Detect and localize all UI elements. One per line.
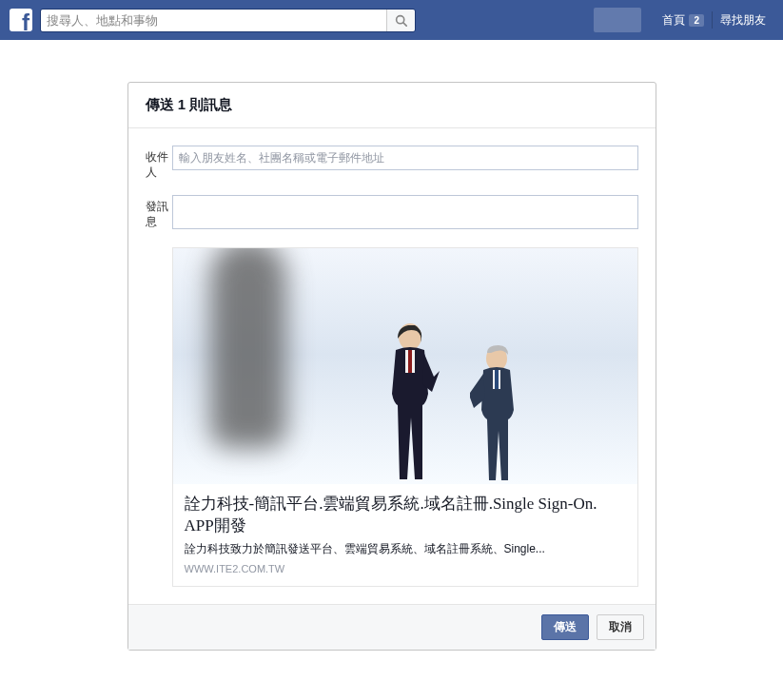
nav-home-label: 首頁: [662, 12, 685, 29]
link-preview-text: 詮力科技-簡訊平台.雲端貿易系統.域名註冊.Single Sign-On. AP…: [173, 484, 637, 586]
dialog-title: 傳送 1 則訊息: [146, 96, 638, 114]
svg-rect-7: [495, 370, 499, 389]
recipient-label: 收件人: [146, 146, 172, 180]
message-field-wrap: [172, 195, 638, 232]
search-input[interactable]: [41, 10, 386, 31]
recipient-field-wrap: [172, 146, 638, 180]
message-textarea[interactable]: [172, 195, 638, 229]
attachment-row: 詮力科技-簡訊平台.雲端貿易系統.域名註冊.Single Sign-On. AP…: [146, 247, 638, 587]
dialog-body: 收件人 發訊息: [128, 128, 656, 604]
cancel-button[interactable]: 取消: [597, 614, 644, 640]
search-icon: [395, 14, 407, 27]
attachment-spacer: [146, 247, 172, 587]
dialog-header: 傳送 1 則訊息: [128, 83, 656, 128]
nav-find-friends-label: 尋找朋友: [720, 12, 766, 29]
search-container: [40, 9, 416, 32]
figurine-left-icon: [377, 318, 443, 484]
nav-home-badge: 2: [689, 14, 704, 27]
link-preview-card[interactable]: 詮力科技-簡訊平台.雲端貿易系統.域名註冊.Single Sign-On. AP…: [172, 247, 638, 587]
figurine-right-icon: [470, 341, 527, 484]
recipient-row: 收件人: [146, 146, 638, 180]
nav-right: 首頁 2 尋找朋友: [594, 0, 773, 40]
nav-home-link[interactable]: 首頁 2: [655, 0, 712, 40]
link-preview-domain: WWW.ITE2.COM.TW: [185, 563, 626, 574]
dialog-footer: 傳送 取消: [128, 604, 656, 650]
search-button[interactable]: [386, 10, 415, 31]
recipient-input[interactable]: [172, 146, 638, 170]
svg-rect-4: [408, 350, 412, 373]
link-preview-title: 詮力科技-簡訊平台.雲端貿易系統.域名註冊.Single Sign-On. AP…: [185, 494, 626, 537]
profile-block[interactable]: [594, 8, 641, 32]
send-message-dialog: 傳送 1 則訊息 收件人 發訊息: [127, 82, 656, 651]
svg-line-1: [403, 22, 406, 25]
send-button[interactable]: 傳送: [541, 614, 589, 640]
message-label: 發訊息: [146, 195, 172, 232]
facebook-logo-icon[interactable]: [10, 9, 32, 31]
top-navbar: 首頁 2 尋找朋友: [0, 0, 783, 40]
link-preview-description: 詮力科技致力於簡訊發送平台、雲端貿易系統、域名註冊系統、Single...: [185, 541, 626, 557]
blurred-figure-icon: [210, 248, 286, 448]
link-preview-image: [173, 248, 637, 484]
nav-find-friends-link[interactable]: 尋找朋友: [713, 0, 773, 40]
message-row: 發訊息: [146, 195, 638, 232]
